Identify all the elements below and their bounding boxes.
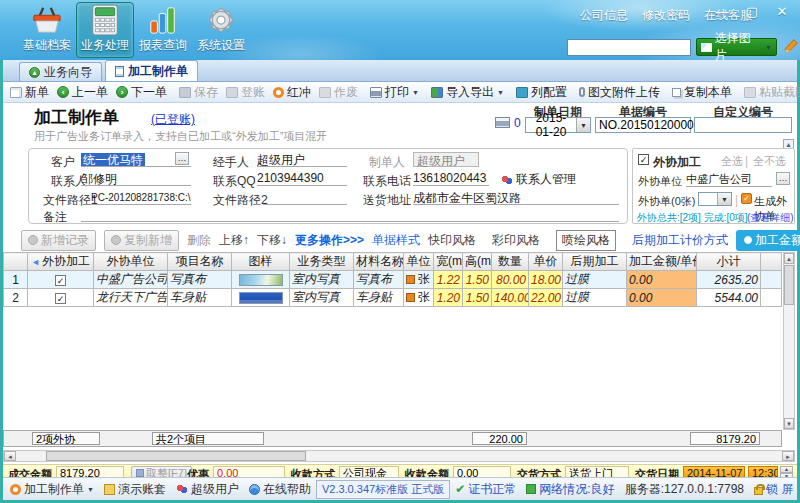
handler-input[interactable]: 超级用户	[257, 152, 347, 167]
copy-add-button[interactable]: 复制新增	[104, 230, 179, 251]
unit-cell[interactable]: 龙行天下广告	[94, 289, 168, 307]
minimize-icon[interactable]: —	[714, 4, 730, 19]
address-input[interactable]: 成都市金牛区蜀汉路	[413, 190, 619, 205]
outsource-order-select[interactable]: ▼	[698, 192, 732, 206]
horizontal-scrollbar[interactable]: ◄ ►	[3, 450, 795, 462]
add-record-button[interactable]: 新增记录	[21, 230, 96, 251]
material-cell[interactable]: 车身贴	[354, 289, 404, 307]
scroll-down-icon[interactable]: ▼	[784, 418, 794, 429]
unit-cell[interactable]: 中盛广告公司	[94, 271, 168, 289]
contact-manage-link[interactable]: 联系人管理	[501, 171, 576, 188]
prev-order-button[interactable]: ‹上一单	[53, 83, 112, 102]
remark-input[interactable]	[81, 207, 619, 222]
radio-proc-amount[interactable]: 加工金额	[744, 232, 800, 249]
nav-item-settings[interactable]: 系统设置	[192, 2, 250, 58]
material-cell[interactable]: 写真布	[354, 271, 404, 289]
color-print-style-link[interactable]: 彩印风格	[492, 232, 540, 249]
move-down-button[interactable]: 下移↓	[257, 232, 287, 249]
order-date-field[interactable]: 2015-01-20 ▼	[525, 117, 591, 133]
post-process-cell[interactable]: 过膜	[563, 271, 627, 289]
type-cell[interactable]: 室内写真	[290, 271, 354, 289]
company-info-link[interactable]: 公司信息	[580, 7, 628, 24]
booked-link[interactable]: (已登账)	[151, 111, 195, 128]
tab-business-wizard[interactable]: ▲ 业务向导	[19, 62, 102, 81]
scroll-left-icon[interactable]: ◄	[4, 451, 16, 461]
height-cell[interactable]: 1.50	[463, 271, 492, 289]
inkjet-style-button[interactable]: 喷绘风格	[556, 230, 616, 251]
scrollbar-thumb[interactable]	[784, 265, 794, 305]
qty-cell[interactable]: 140.00	[492, 289, 529, 307]
scrollbar-thumb[interactable]	[46, 451, 306, 461]
image-cell[interactable]	[232, 289, 290, 307]
outsource-checkbox[interactable]: ✓	[638, 154, 649, 165]
project-cell[interactable]: 写真布	[168, 271, 232, 289]
delete-button[interactable]: 删除	[187, 232, 211, 249]
post-process-cell[interactable]: 过膜	[563, 289, 627, 307]
save-button[interactable]: 保存	[175, 83, 222, 102]
type-cell[interactable]: 室内写真	[290, 289, 354, 307]
next-order-button[interactable]: ›下一单	[112, 83, 171, 102]
scroll-up-icon[interactable]: ▲	[784, 253, 794, 264]
chevron-down-icon[interactable]: ▼	[576, 118, 590, 132]
paste-screenshot-button[interactable]: 粘贴截图	[740, 83, 800, 102]
image-search-input[interactable]	[567, 39, 691, 56]
customer-picker-button[interactable]: …	[175, 152, 189, 165]
lock-screen-button[interactable]: 锁 屏	[754, 481, 793, 498]
image-cell[interactable]	[232, 271, 290, 289]
outsource-cell[interactable]: ✓	[28, 271, 94, 289]
import-export-button[interactable]: 导入导出▼	[427, 83, 508, 102]
outsource-unit-picker[interactable]: …	[776, 172, 790, 185]
uom-cell[interactable]: 张	[404, 271, 434, 289]
vertical-scrollbar[interactable]: ▲ ▼	[783, 252, 795, 430]
proc-amount-cell[interactable]: 0.00	[627, 271, 697, 289]
qq-input[interactable]: 2103944390	[257, 171, 347, 186]
spin-up-icon[interactable]: ▲	[780, 466, 793, 473]
order-no-field[interactable]: NO.201501200002	[595, 117, 691, 133]
tab-processing-order[interactable]: 加工制作单	[105, 60, 198, 81]
scrollbar-track[interactable]	[306, 451, 782, 461]
print-count-icon[interactable]	[495, 117, 510, 128]
outsource-cell[interactable]: ✓	[28, 289, 94, 307]
contact-input[interactable]: 邹修明	[81, 171, 191, 186]
horn-icon[interactable]	[782, 36, 800, 58]
column-config-button[interactable]: 列配置	[512, 83, 571, 102]
more-actions-link[interactable]: 更多操作>>>	[295, 232, 364, 249]
book-button[interactable]: 登账	[222, 83, 269, 102]
outsource-unit-input[interactable]: 中盛广告公司	[686, 172, 772, 187]
price-cell[interactable]: 22.00	[529, 289, 563, 307]
move-up-button[interactable]: 上移↑	[219, 232, 249, 249]
phone-input[interactable]: 13618020443	[413, 171, 489, 186]
width-cell[interactable]: 1.20	[434, 289, 463, 307]
view-detail-link[interactable]: (查看详细)	[747, 211, 794, 225]
path2-input[interactable]	[263, 190, 347, 205]
quick-print-style-link[interactable]: 快印风格	[428, 232, 476, 249]
doc-style-link[interactable]: 单据样式	[372, 232, 420, 249]
path1-input[interactable]: PC-201208281738:C:\Users	[91, 190, 191, 205]
online-help-link[interactable]: 在线帮助	[249, 481, 311, 498]
nav-item-reports[interactable]: 报表查询	[134, 2, 192, 58]
maximize-icon[interactable]: ▢	[744, 4, 760, 19]
red-flush-button[interactable]: 红冲	[269, 83, 315, 102]
scroll-right-icon[interactable]: ►	[782, 451, 794, 461]
nav-item-business[interactable]: 业务处理	[76, 2, 134, 58]
select-none-link[interactable]: 全不选	[753, 154, 786, 169]
void-button[interactable]: 作废	[315, 83, 362, 102]
proc-amount-cell[interactable]: 0.00	[627, 289, 697, 307]
new-order-button[interactable]: 新单	[6, 83, 53, 102]
attachment-upload-button[interactable]: 图文附件上传	[575, 83, 664, 102]
width-cell[interactable]: 1.22	[434, 271, 463, 289]
select-image-button[interactable]: 选择图片 ▼	[696, 38, 777, 56]
close-icon[interactable]: ✕	[774, 4, 790, 19]
print-button[interactable]: 打印▼	[366, 83, 423, 102]
select-all-link[interactable]: 全选	[721, 154, 743, 169]
height-cell[interactable]: 1.50	[463, 289, 492, 307]
chevron-down-icon[interactable]: ▼	[717, 193, 731, 205]
price-cell[interactable]: 18.00	[529, 271, 563, 289]
uom-cell[interactable]: 张	[404, 289, 434, 307]
project-cell[interactable]: 车身贴	[168, 289, 232, 307]
doc-type-menu[interactable]: 加工制作单 ▼	[10, 481, 94, 498]
nav-item-basic-archive[interactable]: 基础档案	[18, 2, 76, 58]
change-password-link[interactable]: 修改密码	[642, 7, 690, 24]
custom-no-field[interactable]	[694, 117, 792, 133]
copy-order-button[interactable]: 复制本单	[668, 83, 736, 102]
